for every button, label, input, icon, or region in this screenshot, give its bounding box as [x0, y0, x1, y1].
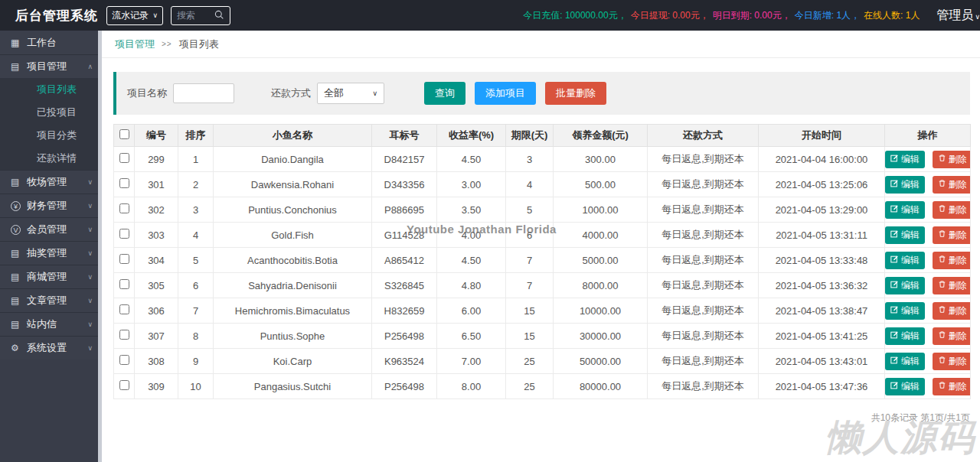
clipboard-icon: ▤ — [11, 177, 27, 187]
sidebar-item-9[interactable]: ⚙系统设置∨ — [0, 336, 102, 360]
edit-button[interactable]: 编辑 — [885, 277, 925, 294]
breadcrumb-separator: >> — [162, 40, 172, 48]
cell-start-time: 2021-04-05 13:47:36 — [759, 374, 885, 399]
sidebar-submenu: 项目列表已投项目项目分类还款详情 — [0, 78, 102, 170]
cell-ear-tag: P886695 — [372, 197, 437, 223]
admin-menu[interactable]: 管理员∨ — [936, 8, 980, 24]
project-name-input[interactable] — [173, 83, 234, 103]
column-header-2: 小鱼名称 — [214, 125, 372, 147]
cell-ear-tag: P256498 — [372, 374, 437, 399]
row-checkbox[interactable] — [119, 304, 129, 314]
batch-delete-button[interactable]: 批量删除 — [545, 82, 606, 105]
edit-icon — [890, 229, 899, 240]
row-checkbox[interactable] — [119, 229, 129, 239]
cell-fish-name: Hemichromis.Bimaculatus — [214, 298, 372, 324]
edit-button[interactable]: 编辑 — [885, 201, 925, 219]
edit-icon — [890, 381, 899, 392]
cell-amount: 80000.00 — [554, 374, 648, 399]
row-checkbox[interactable] — [119, 254, 129, 264]
row-checkbox[interactable] — [119, 279, 129, 289]
projects-table: 编号排序小鱼名称耳标号收益率(%)期限(天)领养金额(元)还款方式开始时间操作 … — [113, 124, 971, 399]
edit-button[interactable]: 编辑 — [885, 302, 925, 320]
delete-button[interactable]: 删除 — [933, 353, 971, 370]
delete-button[interactable]: 删除 — [933, 226, 971, 244]
table-row: 299 1 Danio.Dangila D842157 4.50 3 300.0… — [114, 147, 971, 172]
header-search-input[interactable]: 搜索 — [171, 6, 230, 25]
cell-ear-tag: P256498 — [372, 324, 437, 349]
cell-amount: 10000.00 — [554, 298, 648, 324]
cell-sort: 8 — [178, 324, 214, 349]
delete-button[interactable]: 删除 — [933, 176, 971, 194]
query-button[interactable]: 查询 — [424, 82, 466, 105]
add-project-button[interactable]: 添加项目 — [475, 82, 536, 105]
sidebar-item-7[interactable]: ▤文章管理∨ — [0, 288, 102, 312]
edit-button[interactable]: 编辑 — [885, 151, 925, 168]
cell-actions: 编辑 删除 — [885, 248, 971, 273]
delete-button[interactable]: 删除 — [933, 378, 971, 395]
edit-button[interactable]: 编辑 — [885, 226, 925, 244]
edit-button[interactable]: 编辑 — [885, 378, 925, 395]
header-nav-select[interactable]: 流水记录 ∨ — [106, 6, 163, 25]
edit-button[interactable]: 编辑 — [885, 353, 925, 370]
cell-id: 302 — [135, 197, 178, 223]
sidebar-subitem-2[interactable]: 项目分类 — [0, 124, 102, 147]
header-stat-0: 今日充值: 100000.00元， — [523, 9, 626, 22]
sidebar-item-3[interactable]: ¥财务管理∨ — [0, 194, 102, 217]
chevron-down-icon: ∨ — [87, 226, 93, 233]
sidebar-item-2[interactable]: ▤牧场管理∨ — [0, 170, 102, 194]
sidebar-item-1[interactable]: ▤项目管理∧ — [0, 54, 102, 78]
row-checkbox[interactable] — [119, 178, 129, 188]
sidebar-item-8[interactable]: ▤站内信∨ — [0, 312, 102, 336]
sidebar-item-0[interactable]: ▦工作台 — [0, 31, 102, 54]
cell-start-time: 2021-04-05 13:29:00 — [759, 197, 885, 223]
cell-days: 25 — [506, 374, 554, 399]
row-checkbox[interactable] — [119, 153, 129, 163]
cell-actions: 编辑 删除 — [885, 273, 971, 298]
edit-button[interactable]: 编辑 — [885, 252, 925, 269]
cell-start-time: 2021-04-05 13:43:01 — [759, 349, 885, 374]
trash-icon — [938, 229, 946, 240]
table-row: 307 8 Puntius.Sophe P256498 6.50 15 3000… — [114, 324, 971, 349]
cell-rate: 6.00 — [437, 298, 506, 324]
delete-button[interactable]: 删除 — [933, 151, 971, 168]
column-header-5: 期限(天) — [506, 125, 554, 147]
cell-fish-name: Koi.Carp — [214, 349, 372, 374]
delete-button[interactable]: 删除 — [933, 327, 971, 345]
member-icon: V — [11, 224, 27, 235]
delete-button[interactable]: 删除 — [933, 277, 971, 294]
table-header-row: 编号排序小鱼名称耳标号收益率(%)期限(天)领养金额(元)还款方式开始时间操作 — [114, 125, 971, 147]
main-area: 项目管理 >> 项目列表 项目名称 还款方式 全部 ∨ 查询 添加项目 批量删除 — [102, 31, 980, 462]
sidebar-item-5[interactable]: ▤抽奖管理∨ — [0, 241, 102, 265]
sidebar-subitem-1[interactable]: 已投项目 — [0, 101, 102, 124]
cell-rate: 8.00 — [437, 374, 506, 399]
column-header-9: 操作 — [885, 125, 971, 147]
table-row: 305 6 Sahyadria.Denisonii S326845 4.80 7… — [114, 273, 971, 298]
delete-button[interactable]: 删除 — [933, 252, 971, 269]
table-row: 309 10 Pangasius.Sutchi P256498 8.00 25 … — [114, 374, 971, 399]
edit-button[interactable]: 编辑 — [885, 327, 925, 345]
cell-actions: 编辑 删除 — [885, 223, 971, 248]
admin-label: 管理员 — [936, 8, 973, 21]
row-checkbox[interactable] — [119, 380, 129, 390]
breadcrumb: 项目管理 >> 项目列表 — [102, 31, 980, 58]
select-all-checkbox[interactable] — [119, 129, 129, 139]
breadcrumb-parent[interactable]: 项目管理 — [115, 37, 155, 51]
sidebar-item-4[interactable]: V会员管理∨ — [0, 217, 102, 241]
sidebar-item-6[interactable]: ▤商城管理∨ — [0, 265, 102, 288]
row-checkbox[interactable] — [119, 203, 129, 213]
cell-amount: 4000.00 — [554, 223, 648, 248]
column-header-8: 开始时间 — [759, 125, 885, 147]
delete-button[interactable]: 删除 — [933, 302, 971, 320]
edit-button[interactable]: 编辑 — [885, 176, 925, 194]
trash-icon — [938, 204, 946, 215]
row-checkbox[interactable] — [119, 330, 129, 340]
sidebar-subitem-0[interactable]: 项目列表 — [0, 78, 102, 101]
row-checkbox[interactable] — [119, 355, 129, 365]
cell-fish-name: Dawkensia.Rohani — [214, 172, 372, 197]
delete-button[interactable]: 删除 — [933, 201, 971, 219]
trash-icon — [938, 330, 946, 341]
repay-method-select[interactable]: 全部 ∨ — [317, 83, 384, 104]
content-area: 项目名称 还款方式 全部 ∨ 查询 添加项目 批量删除 编号排序小鱼名称耳标号收… — [102, 58, 980, 425]
sidebar-subitem-3[interactable]: 还款详情 — [0, 147, 102, 170]
sidebar-scrollbar[interactable] — [98, 31, 102, 462]
